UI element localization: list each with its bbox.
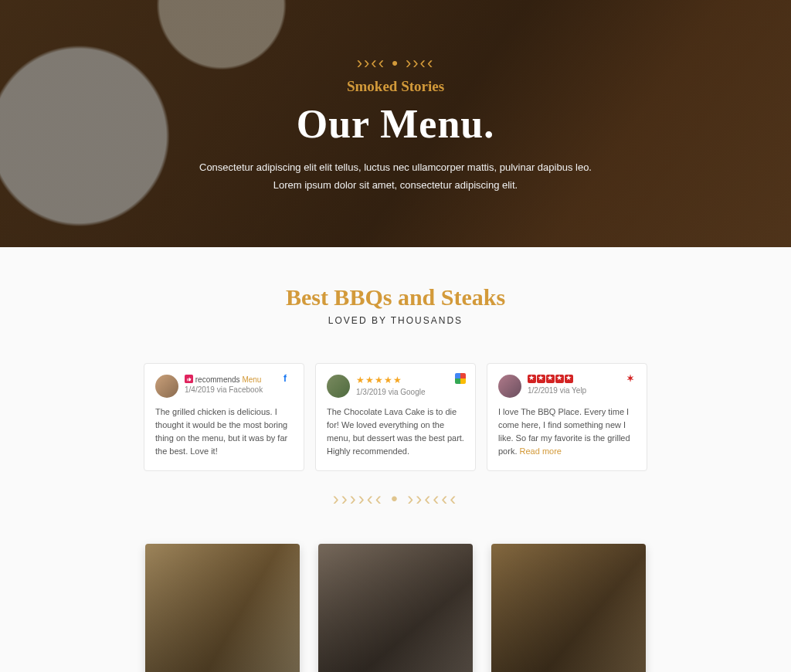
avatar — [327, 375, 350, 398]
menu-grid: Grilled Chicken $ 45 Chocolate Lava $ 10… — [0, 530, 791, 672]
review-meta: 1/3/2019 via Google — [356, 387, 426, 397]
menu-item-card[interactable]: Chocolate Lava $ 10 — [318, 544, 473, 672]
recommends-text: recommends — [195, 375, 240, 384]
hero-banner: ››‹‹ • ››‹‹ Smoked Stories Our Menu. Con… — [0, 0, 791, 247]
avatar — [498, 375, 521, 398]
recommends-line: recommends Menu — [185, 375, 263, 385]
menu-item-card[interactable]: Grilled Pork $ 65 — [491, 544, 646, 672]
menu-item-card[interactable]: Grilled Chicken $ 45 — [145, 544, 300, 672]
decorative-divider-icon: ››‹‹ • ››‹‹ — [357, 53, 435, 73]
star-rating: ★★★★★ — [356, 375, 426, 387]
review-card: f recommends Menu 1/4/2019 via Facebook … — [144, 363, 304, 471]
review-meta: 1/2/2019 via Yelp — [528, 385, 586, 395]
star-rating — [528, 375, 586, 385]
review-meta: 1/4/2019 via Facebook — [185, 385, 263, 395]
hero-description: Consectetur adipiscing elit elit tellus,… — [187, 159, 604, 193]
review-card: ✶ 1/2/2019 via Yelp I love The BBQ Place… — [487, 363, 647, 471]
google-icon — [455, 373, 466, 384]
review-card: ★★★★★ 1/3/2019 via Google The Chocolate … — [315, 363, 476, 471]
review-text: I love The BBQ Place. Every time I come … — [498, 406, 636, 458]
reviews-row: f recommends Menu 1/4/2019 via Facebook … — [0, 344, 791, 488]
reviews-section-header: Best BBQs and Steaks LOVED BY THOUSANDS — [0, 247, 791, 344]
review-text: The grilled chicken is delicious. I thou… — [155, 406, 293, 458]
hero-title: Our Menu. — [297, 101, 495, 147]
review-text: The Chocolate Lava Cake is to die for! W… — [327, 406, 464, 458]
decorative-divider-icon: ››››‹‹ • ››‹‹‹‹ — [0, 488, 791, 530]
facebook-icon: f — [283, 373, 294, 384]
section-title: Best BBQs and Steaks — [15, 284, 776, 311]
section-subtitle: LOVED BY THOUSANDS — [15, 315, 776, 326]
read-more-link[interactable]: Read more — [520, 446, 562, 456]
recommend-icon — [185, 375, 193, 383]
hero-eyebrow: Smoked Stories — [347, 78, 444, 95]
recommends-link[interactable]: Menu — [242, 375, 261, 384]
yelp-icon: ✶ — [626, 373, 637, 384]
avatar — [155, 375, 178, 398]
